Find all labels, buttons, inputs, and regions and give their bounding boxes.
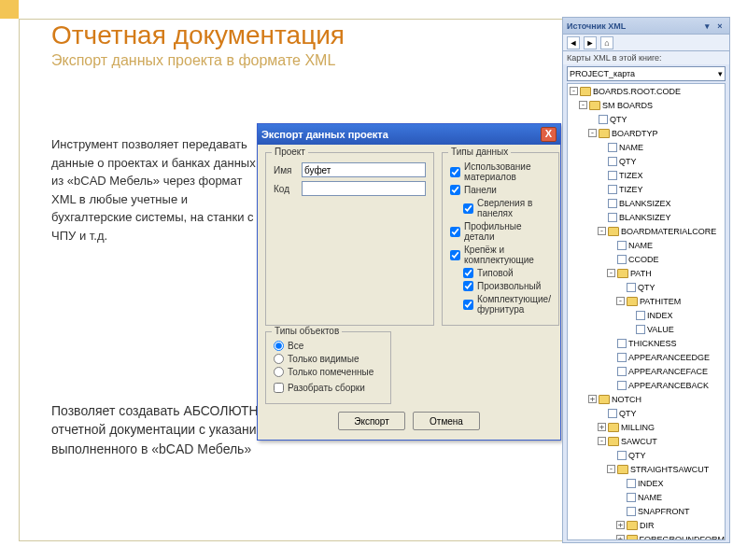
object-type-radio[interactable] xyxy=(274,341,284,351)
tree-node[interactable]: +NOTCH xyxy=(568,392,725,406)
tree-node[interactable]: TIZEY xyxy=(568,182,725,196)
tree-node[interactable]: -SM BOARDS xyxy=(568,98,725,112)
chevron-down-icon[interactable]: ▾ xyxy=(701,21,712,32)
folder-icon xyxy=(599,395,610,404)
data-type-checkbox[interactable] xyxy=(450,167,460,177)
tree-node[interactable]: INDEX xyxy=(568,476,725,490)
tree-node[interactable]: VALUE xyxy=(568,322,725,336)
expand-icon[interactable]: + xyxy=(616,535,625,540)
tree-node[interactable]: -STRAIGHTSAWCUT xyxy=(568,462,725,476)
export-button[interactable]: Экспорт xyxy=(338,412,405,430)
collapse-icon[interactable]: - xyxy=(588,129,597,137)
tree-node[interactable]: APPEARANCEBACK xyxy=(568,378,725,392)
tree-node[interactable]: QTY xyxy=(568,154,725,168)
data-type-checkbox[interactable] xyxy=(450,250,460,260)
folder-icon xyxy=(627,297,638,306)
tree-node[interactable]: SNAPFRONT xyxy=(568,504,725,518)
name-input[interactable] xyxy=(302,162,426,177)
tree-node-label: CCODE xyxy=(628,255,659,264)
tree-node-label: NAME xyxy=(628,241,653,250)
slide-title: Отчетная документация xyxy=(51,21,345,50)
xml-map-dropdown[interactable]: PROJECT_карта ▾ xyxy=(567,66,726,81)
close-icon[interactable]: × xyxy=(714,21,726,32)
collapse-icon[interactable]: - xyxy=(598,437,606,445)
data-type-checkbox[interactable] xyxy=(463,203,473,214)
data-type-checkbox[interactable] xyxy=(450,185,460,195)
object-type-label: Только видимые xyxy=(288,354,359,364)
tree-node[interactable]: QTY xyxy=(568,112,725,126)
tree-node[interactable]: +DIR xyxy=(568,518,725,532)
field-icon xyxy=(627,507,636,516)
field-icon xyxy=(617,339,627,348)
data-type-checkbox[interactable] xyxy=(450,227,460,237)
tree-node-label: STRAIGHTSAWCUT xyxy=(630,465,709,474)
tree-node[interactable]: NAME xyxy=(568,238,725,252)
folder-icon xyxy=(608,227,619,236)
code-input[interactable] xyxy=(302,181,426,196)
tree-node[interactable]: NAME xyxy=(568,490,725,504)
tree-node[interactable]: -PATH xyxy=(568,266,725,280)
collapse-icon[interactable]: - xyxy=(607,269,615,277)
tree-node[interactable]: +FOREGROUNDFORM xyxy=(568,532,725,540)
tree-node-label: QTY xyxy=(610,115,627,124)
tree-node[interactable]: BLANKSIZEY xyxy=(568,210,725,224)
dialog-titlebar[interactable]: Экспорт данных проекта X xyxy=(258,124,560,145)
collapse-icon[interactable]: - xyxy=(616,297,625,305)
forward-icon[interactable]: ► xyxy=(584,36,597,49)
collapse-icon[interactable]: - xyxy=(598,227,606,235)
tree-node-label: SNAPFRONT xyxy=(638,507,690,516)
corner-accent xyxy=(0,0,19,19)
field-icon xyxy=(608,157,617,166)
tree-node[interactable]: QTY xyxy=(568,280,725,294)
tree-node[interactable]: -BOARDMATERIALCORE xyxy=(568,224,725,238)
object-type-radio[interactable] xyxy=(274,367,284,377)
expand-assemblies-checkbox[interactable] xyxy=(274,383,284,393)
tree-node[interactable]: THICKNESS xyxy=(568,336,725,350)
collapse-icon[interactable]: - xyxy=(579,101,587,109)
tree-node[interactable]: -SAWCUT xyxy=(568,434,725,448)
tree-node[interactable]: -PATHITEM xyxy=(568,294,725,308)
group-object-types: Типы объектов ВсеТолько видимыеТолько по… xyxy=(265,331,391,404)
expand-icon[interactable]: + xyxy=(588,395,597,403)
object-type-radio[interactable] xyxy=(274,354,284,364)
data-type-label: Профильные детали xyxy=(464,221,551,242)
data-type-checkbox[interactable] xyxy=(463,300,473,310)
back-icon[interactable]: ◄ xyxy=(567,36,580,49)
cancel-button[interactable]: Отмена xyxy=(413,412,480,430)
folder-icon xyxy=(608,423,619,432)
expand-icon[interactable]: + xyxy=(598,423,606,431)
expand-assemblies-label: Разобрать сборки xyxy=(288,383,365,393)
tree-node[interactable]: APPEARANCEFACE xyxy=(568,364,725,378)
home-icon[interactable]: ⌂ xyxy=(600,36,613,49)
tree-node[interactable]: NAME xyxy=(568,140,725,154)
field-icon xyxy=(608,199,617,208)
collapse-icon[interactable]: - xyxy=(570,87,578,95)
xml-tree[interactable]: -BOARDS.ROOT.CODE-SM BOARDSQTY-BOARDTYPN… xyxy=(567,83,726,540)
tree-node[interactable]: CCODE xyxy=(568,252,725,266)
tree-node[interactable]: -BOARDS.ROOT.CODE xyxy=(568,84,725,98)
data-type-label: Комплектующие/фурнитура xyxy=(477,294,551,315)
code-label: Код xyxy=(274,184,298,194)
tree-node[interactable]: QTY xyxy=(568,406,725,420)
tree-node[interactable]: QTY xyxy=(568,448,725,462)
tree-node[interactable]: APPEARANCEEDGE xyxy=(568,350,725,364)
field-icon xyxy=(608,171,617,180)
xml-panel-titlebar[interactable]: Источник XML ▾ × xyxy=(563,18,729,35)
tree-node[interactable]: -BOARDTYP xyxy=(568,126,725,140)
xml-maps-label: Карты XML в этой книге: xyxy=(563,51,729,64)
field-icon xyxy=(599,115,608,124)
tree-node-label: MILLING xyxy=(621,423,655,432)
tree-node-label: NAME xyxy=(638,493,662,502)
collapse-icon[interactable]: - xyxy=(607,465,615,473)
tree-node-label: PATH xyxy=(630,269,652,278)
tree-node-label: TIZEY xyxy=(619,185,643,194)
tree-node[interactable]: +MILLING xyxy=(568,420,725,434)
tree-node[interactable]: TIZEX xyxy=(568,168,725,182)
data-type-checkbox[interactable] xyxy=(463,268,473,278)
field-icon xyxy=(608,143,617,152)
tree-node[interactable]: BLANKSIZEX xyxy=(568,196,725,210)
tree-node[interactable]: INDEX xyxy=(568,308,725,322)
close-icon[interactable]: X xyxy=(541,127,557,142)
expand-icon[interactable]: + xyxy=(616,521,625,529)
data-type-checkbox[interactable] xyxy=(463,281,473,291)
